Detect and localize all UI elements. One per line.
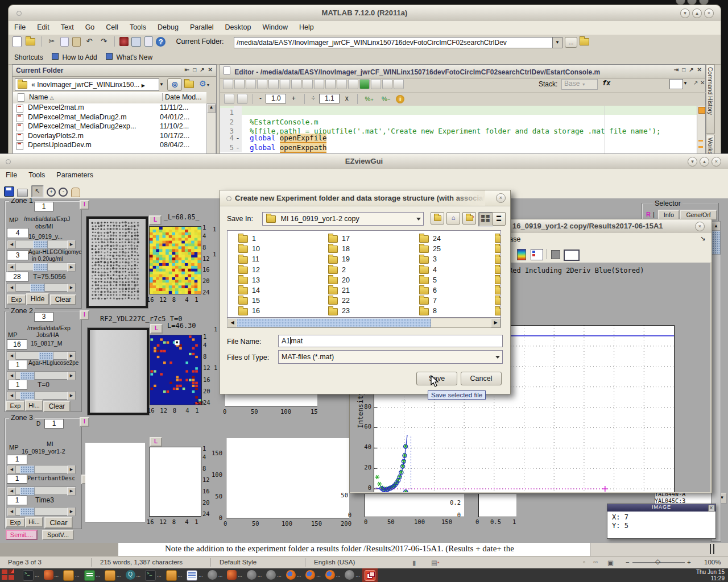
folder-item[interactable] [495,245,501,254]
taskbar-item-writer[interactable]: ... [184,568,205,582]
taskbar-item-folder[interactable]: ... [102,568,123,582]
slider-left-icon[interactable]: ◀ [7,465,16,474]
slider-left-icon[interactable]: ◀ [7,263,16,272]
menu-go[interactable]: Go [80,21,101,33]
decrease-button[interactable]: - [259,94,262,102]
menu-file[interactable]: File [0,169,23,181]
new-icon[interactable] [223,79,233,89]
menu-help[interactable]: Help [293,21,320,33]
file-name-field[interactable]: A1mat [278,335,503,347]
folder-item[interactable]: 14 [238,286,260,296]
info-toggle-button[interactable]: I [80,417,89,427]
zone1-heatmap[interactable] [149,226,201,294]
zone3-heatmap[interactable] [149,447,201,517]
list-view-icon[interactable]: ▬▬ [492,212,506,226]
mp-index-field[interactable]: 16 [7,339,27,350]
zone2-heatmap[interactable] [150,335,202,405]
slider-right-icon[interactable]: ▶ [67,372,76,380]
panel-close-icon[interactable]: ✕ [208,66,213,73]
maximize-icon[interactable]: ▴ [692,9,702,18]
exp-button[interactable]: Exp [7,294,26,305]
folder-item[interactable]: 21 [328,286,350,296]
mp-index-field[interactable]: 1 [7,455,27,464]
menu-tools[interactable]: Tools [23,169,51,181]
ratio2-field[interactable]: 1.1 [319,94,340,103]
panel-pin-icon[interactable]: ⇤ [185,66,189,73]
folder-item[interactable] [495,235,501,244]
folder-item[interactable]: 7 [419,297,437,306]
scroll-thumb[interactable] [712,231,721,255]
taskbar-item-app[interactable]: ... [264,568,284,582]
status-words[interactable]: 215 words, 1,387 characters [100,559,183,566]
slider-left-icon[interactable]: ◀ [7,240,16,249]
search-icon[interactable]: ◎ [167,78,182,91]
panel-undock-icon[interactable]: ↗ [200,66,204,73]
minimize-icon[interactable]: ▾ [688,157,697,167]
menu-text[interactable]: Text [55,21,80,33]
copy-icon[interactable] [60,37,69,47]
close-icon[interactable]: × [496,193,506,203]
time-index-field[interactable]: 1 [7,496,27,505]
slider-left-icon[interactable]: ◀ [7,372,16,380]
menu-desktop[interactable]: Desktop [220,21,257,33]
semilog-button[interactable]: SemiL... [6,530,38,540]
mlint-mark[interactable] [698,146,703,148]
doc-right-icon[interactable] [394,79,404,89]
folder-item[interactable]: 19 [328,255,350,264]
editor-undock-icon[interactable]: ↗ [693,80,698,86]
scroll-right-icon[interactable]: ▶ [491,318,500,327]
back-icon[interactable] [337,79,347,89]
menu-file[interactable]: File [9,21,31,33]
clear-button[interactable]: Clear [50,294,76,305]
new-folder-icon[interactable]: * [462,212,476,225]
zoom-out-icon[interactable]: - [59,188,68,197]
time-index-field[interactable]: 28 [6,272,28,282]
info-toggle-button[interactable]: I [80,200,89,210]
fx-icon[interactable]: fx [602,79,610,87]
zone2-plate-image[interactable] [88,328,149,415]
media-index-field[interactable]: 1 [7,474,27,484]
date-column-header[interactable]: Date Mod... [162,93,202,101]
undo-icon[interactable]: ↶ [84,36,95,47]
menu-debug[interactable]: Debug [152,21,184,33]
profiler-icon[interactable] [144,36,153,47]
panel-max-icon[interactable]: □ [682,66,685,73]
find-icon[interactable] [325,79,336,89]
scroll-up-icon[interactable]: ▲ [207,104,216,113]
menu-parameters[interactable]: Parameters [51,169,99,181]
divide-button[interactable]: ÷ [311,94,315,102]
taskbar-item-folder[interactable]: ... [61,568,82,582]
clock[interactable]: Thu Jun 15 11:29 [696,569,725,581]
folder-item[interactable]: 24 [419,235,441,244]
folder-item[interactable] [495,307,501,316]
multiply-button[interactable]: x [345,94,349,102]
slider-thumb[interactable] [20,508,35,516]
folder-item[interactable] [495,276,501,285]
print-icon[interactable] [17,189,28,197]
save-in-dropdown[interactable]: MI 16_0919_yor1-2 copy [262,212,424,226]
panel-max-icon[interactable]: □ [193,66,196,73]
zoom-in-icon[interactable]: + [47,188,56,197]
stack-dropdown[interactable]: Base ▼ [561,79,598,90]
minimize-icon[interactable]: ▾ [680,9,690,18]
scroll-thumb[interactable] [237,318,431,327]
file-row[interactable]: DoverlayPlots2.m10/17/2... [13,132,206,142]
zone-slider[interactable]: ◀▶ [7,487,76,495]
slider-right-icon[interactable]: ▶ [67,465,76,474]
folder-item[interactable]: 22 [328,297,350,306]
path-dropdown-icon[interactable]: ▼ [552,37,562,48]
taskbar-item-qmedia[interactable]: ... [123,568,143,582]
folder-item[interactable]: 16 [238,307,260,316]
redo-icon[interactable] [303,79,313,89]
doc-del-icon[interactable] [382,79,392,89]
slider-right-icon[interactable]: ▶ [67,284,76,292]
browse-folder-button[interactable]: ... [565,37,577,48]
taskbar-item-active[interactable] [362,568,378,582]
panel-close-icon[interactable]: ✕ [697,66,702,73]
mlint-indicator[interactable] [698,107,705,114]
new-file-icon[interactable] [13,36,22,47]
zoom-out-button[interactable]: − [626,559,630,566]
plot-b-area[interactable] [226,438,349,518]
folder-item[interactable] [495,297,501,306]
taskbar-item-firefox[interactable]: ... [284,568,304,582]
